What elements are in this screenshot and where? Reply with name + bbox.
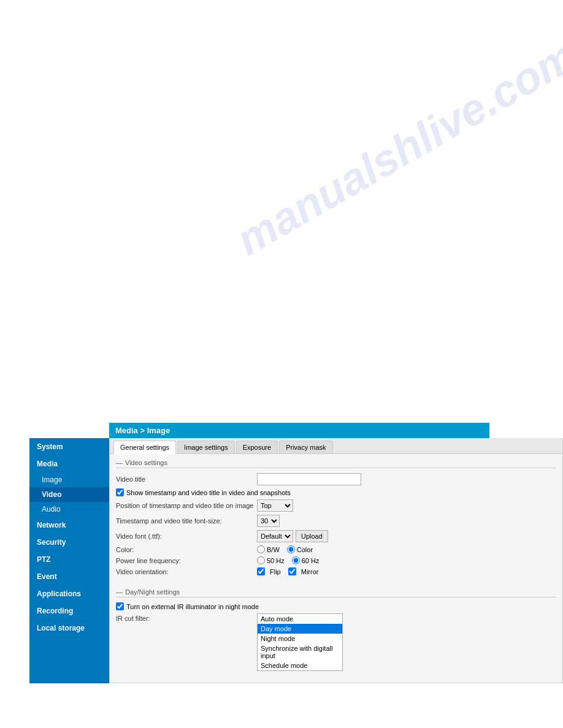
color-color-label: Color	[287, 545, 313, 553]
sidebar-item-media[interactable]: Media	[29, 455, 109, 472]
ir-illuminator-row: Turn on external IR illuminator in night…	[116, 602, 556, 610]
power-freq-row: Power line frequency: 50 Hz 60 Hz	[116, 556, 556, 564]
video-font-select[interactable]: Default	[257, 530, 293, 542]
color-color-radio[interactable]	[287, 545, 295, 553]
main-content: General settings Image settings Exposure…	[109, 438, 563, 683]
video-font-control: Default Upload	[257, 530, 328, 542]
ir-option-day[interactable]: Day mode	[258, 624, 342, 634]
sidebar-item-ptz[interactable]: PTZ	[29, 551, 109, 568]
ir-cut-dropdown[interactable]: Auto mode Day mode Night mode Synchroniz…	[257, 613, 343, 671]
tab-image-settings[interactable]: Image settings	[177, 441, 235, 453]
position-select[interactable]: Top Bottom	[257, 499, 293, 512]
ir-option-sync[interactable]: Synchronize with digitall input	[258, 643, 342, 661]
sidebar-item-system[interactable]: System	[29, 438, 109, 455]
orientation-label: Video orientation:	[116, 568, 257, 575]
show-timestamp-row: Show timestamp and video title in video …	[116, 488, 556, 496]
video-settings-title: Video settings	[116, 459, 556, 468]
video-font-row: Video font (.ttf): Default Upload	[116, 530, 556, 542]
sidebar: System Media Image Video Audio Network S…	[29, 438, 109, 683]
watermark-text: manualshlive.com	[228, 30, 563, 265]
position-label: Position of timestamp and video title on…	[116, 502, 257, 509]
video-font-label: Video font (.ttf):	[116, 533, 257, 540]
sidebar-subitem-image[interactable]: Image	[29, 472, 109, 487]
flip-checkbox[interactable]	[257, 567, 265, 575]
orientation-row: Video orientation: Flip Mirror	[116, 567, 556, 575]
color-bw-radio[interactable]	[257, 545, 265, 553]
page-title: Media > Image	[115, 426, 170, 435]
mirror-checkbox[interactable]	[288, 567, 296, 575]
font-size-select[interactable]: 20 24 30 36 48	[257, 515, 280, 527]
power-freq-label: Power line frequency:	[116, 557, 257, 564]
tab-privacy-mask[interactable]: Privacy mask	[279, 441, 332, 453]
sidebar-item-security[interactable]: Security	[29, 534, 109, 551]
video-title-row: Video title	[116, 473, 556, 485]
upload-button[interactable]: Upload	[296, 530, 328, 542]
position-row: Position of timestamp and video title on…	[116, 499, 556, 512]
color-label: Color:	[116, 546, 257, 553]
video-title-control	[257, 473, 361, 485]
font-size-row: Timestamp and video title font-size: 20 …	[116, 515, 556, 527]
sidebar-subitem-audio[interactable]: Audio	[29, 502, 109, 517]
font-size-label: Timestamp and video title font-size:	[116, 517, 257, 525]
ir-cut-control: Auto mode Day mode Night mode Synchroniz…	[257, 613, 343, 671]
tabs-bar: General settings Image settings Exposure…	[110, 438, 562, 454]
video-settings-section: Video settings Video title Show timestam…	[110, 454, 562, 583]
day-night-title: Day/Night settings	[116, 588, 556, 597]
freq-50-label: 50 Hz	[257, 556, 285, 564]
sidebar-item-recording[interactable]: Recording	[29, 602, 109, 620]
font-size-control: 20 24 30 36 48	[257, 515, 280, 527]
sidebar-item-local-storage[interactable]: Local storage	[29, 620, 109, 637]
day-night-section: Day/Night settings Turn on external IR i…	[110, 583, 562, 679]
freq-50-radio[interactable]	[257, 556, 265, 564]
color-control: B/W Color	[257, 545, 313, 553]
power-freq-control: 50 Hz 60 Hz	[257, 556, 320, 564]
freq-60-radio[interactable]	[292, 556, 300, 564]
color-row: Color: B/W Color	[116, 545, 556, 553]
ir-option-auto[interactable]: Auto mode	[258, 614, 342, 624]
color-bw-label: B/W	[257, 545, 280, 553]
ir-option-night[interactable]: Night mode	[258, 634, 342, 643]
show-timestamp-label: Show timestamp and video title in video …	[126, 489, 291, 496]
ir-illuminator-label: Turn on external IR illuminator in night…	[126, 603, 259, 610]
ir-illuminator-checkbox[interactable]	[116, 602, 124, 610]
show-timestamp-checkbox[interactable]	[116, 488, 124, 496]
sidebar-item-applications[interactable]: Applications	[29, 585, 109, 602]
main-wrapper: Media > Image System Media Image Video A…	[29, 423, 563, 683]
page-header: Media > Image	[109, 423, 489, 438]
orientation-control: Flip Mirror	[257, 567, 318, 575]
mirror-label: Mirror	[301, 568, 319, 575]
freq-60-label: 60 Hz	[292, 556, 320, 564]
video-title-input[interactable]	[257, 473, 361, 485]
content-area: System Media Image Video Audio Network S…	[29, 438, 563, 683]
tab-exposure[interactable]: Exposure	[236, 441, 278, 453]
ir-option-schedule[interactable]: Schedule mode	[258, 661, 342, 670]
ir-cut-label: IR cut filter:	[116, 613, 257, 622]
sidebar-item-network[interactable]: Network	[29, 517, 109, 534]
sidebar-subitem-video[interactable]: Video	[29, 487, 109, 502]
video-title-label: Video title	[116, 476, 257, 483]
sidebar-item-event[interactable]: Event	[29, 568, 109, 585]
ir-cut-row: IR cut filter: Auto mode Day mode Night …	[116, 613, 556, 671]
flip-label: Flip	[270, 568, 281, 575]
tab-general-settings[interactable]: General settings	[113, 441, 176, 454]
position-control: Top Bottom	[257, 499, 293, 512]
